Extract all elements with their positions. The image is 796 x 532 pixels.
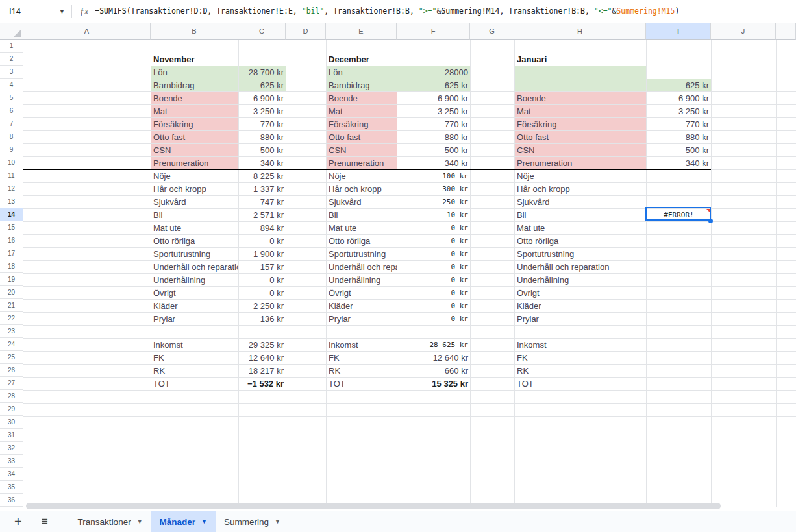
row-header-16[interactable]: 16 (0, 234, 23, 247)
cell-C9[interactable]: 500 kr (239, 144, 286, 156)
row-header-9[interactable]: 9 (0, 143, 23, 156)
cell-F16[interactable]: 0 kr (397, 235, 470, 247)
column-header-C[interactable]: C (238, 23, 286, 40)
cell-E18[interactable]: Underhåll och reparation (327, 261, 397, 273)
cell-F11[interactable]: 100 kr (397, 170, 470, 182)
cell-H10[interactable]: Prenumeration (515, 157, 646, 169)
row-header-21[interactable]: 21 (0, 299, 23, 312)
cell-E6[interactable]: Mat (327, 105, 397, 117)
cell-E11[interactable]: Nöje (327, 170, 397, 182)
column-header-E[interactable]: E (326, 23, 397, 40)
cell-H27[interactable]: TOT (515, 378, 646, 390)
cell-C17[interactable]: 1 900 kr (239, 248, 286, 260)
row-header-28[interactable]: 28 (0, 390, 23, 403)
cell-C21[interactable]: 2 250 kr (239, 300, 286, 312)
cell-F20[interactable]: 0 kr (397, 287, 470, 299)
cell-C6[interactable]: 3 250 kr (239, 105, 286, 117)
cell-E15[interactable]: Mat ute (327, 222, 397, 234)
cell-B10[interactable]: Prenumeration (151, 157, 238, 169)
spreadsheet-grid[interactable]: NovemberLön28 700 krBarnbidrag625 krBoen… (23, 40, 796, 507)
row-header-27[interactable]: 27 (0, 377, 23, 390)
cell-C13[interactable]: 747 kr (239, 196, 286, 208)
cell-I7[interactable]: 770 kr (647, 118, 711, 130)
chevron-down-icon[interactable]: ▼ (59, 8, 65, 15)
cell-C3[interactable]: 28 700 kr (239, 66, 286, 79)
all-sheets-menu-button[interactable]: ≡ (32, 511, 58, 532)
row-header-33[interactable]: 33 (0, 455, 23, 468)
cell-H7[interactable]: Försäkring (515, 118, 646, 130)
row-header-36[interactable]: 36 (0, 494, 23, 507)
row-header-25[interactable]: 25 (0, 351, 23, 364)
row-header-11[interactable]: 11 (0, 169, 23, 182)
row-header-18[interactable]: 18 (0, 260, 23, 273)
cell-F8[interactable]: 880 kr (397, 131, 470, 143)
cell-B6[interactable]: Mat (151, 105, 238, 117)
cell-H8[interactable]: Otto fast (515, 131, 646, 143)
cell-B3[interactable]: Lön (151, 66, 238, 79)
cell-H2[interactable]: Januari (515, 53, 646, 66)
cell-H5[interactable]: Boende (515, 92, 646, 104)
cell-B22[interactable]: Prylar (151, 313, 238, 325)
sheet-tab-transaktioner[interactable]: Transaktioner ▼ (69, 511, 151, 532)
row-header-5[interactable]: 5 (0, 91, 23, 104)
cell-F12[interactable]: 300 kr (397, 183, 470, 195)
cell-H18[interactable]: Underhåll och reparation (515, 261, 646, 273)
row-header-6[interactable]: 6 (0, 104, 23, 117)
cell-B26[interactable]: RK (151, 365, 238, 377)
cell-C12[interactable]: 1 337 kr (239, 183, 286, 195)
cell-I4[interactable]: 625 kr (647, 79, 711, 91)
cell-H24[interactable]: Inkomst (515, 339, 646, 351)
cell-H22[interactable]: Prylar (515, 313, 646, 325)
cell-F10[interactable]: 340 kr (397, 157, 470, 169)
cell-C7[interactable]: 770 kr (239, 118, 286, 130)
cell-E10[interactable]: Prenumeration (327, 157, 397, 169)
row-header-3[interactable]: 3 (0, 66, 23, 79)
cell-B24[interactable]: Inkomst (151, 339, 238, 351)
cell-E13[interactable]: Sjukvård (327, 196, 397, 208)
cell-E9[interactable]: CSN (327, 144, 397, 156)
cell-E24[interactable]: Inkomst (327, 339, 397, 351)
row-header-30[interactable]: 30 (0, 416, 23, 429)
cell-H16[interactable]: Otto rörliga (515, 235, 646, 247)
cell-H13[interactable]: Sjukvård (515, 196, 646, 208)
row-header-13[interactable]: 13 (0, 195, 23, 208)
column-header-G[interactable]: G (470, 23, 514, 40)
cell-C22[interactable]: 136 kr (239, 313, 286, 325)
row-header-1[interactable]: 1 (0, 40, 23, 53)
cell-F6[interactable]: 3 250 kr (397, 105, 470, 117)
cell-H17[interactable]: Sportutrustning (515, 248, 646, 260)
sheet-tab-summering[interactable]: Summering ▼ (216, 511, 289, 532)
select-all-corner[interactable] (0, 23, 23, 40)
cell-I8[interactable]: 880 kr (647, 131, 711, 143)
row-header-23[interactable]: 23 (0, 325, 23, 338)
cell-F15[interactable]: 0 kr (397, 222, 470, 234)
cell-C5[interactable]: 6 900 kr (239, 92, 286, 104)
row-header-12[interactable]: 12 (0, 182, 23, 195)
cell-H15[interactable]: Mat ute (515, 222, 646, 234)
cell-B7[interactable]: Försäkring (151, 118, 238, 130)
cell-B27[interactable]: TOT (151, 378, 238, 390)
cell-C26[interactable]: 18 217 kr (239, 365, 286, 377)
chevron-down-icon[interactable]: ▼ (201, 518, 207, 525)
cell-E19[interactable]: Underhållning (327, 274, 397, 286)
cell-H14[interactable]: Bil (515, 209, 646, 221)
cell-I6[interactable]: 3 250 kr (647, 105, 711, 117)
cell-C24[interactable]: 29 325 kr (239, 339, 286, 351)
cell-C8[interactable]: 880 kr (239, 131, 286, 143)
row-header-32[interactable]: 32 (0, 442, 23, 455)
cell-H21[interactable]: Kläder (515, 300, 646, 312)
sheet-tab-manader[interactable]: Månader ▼ (151, 511, 216, 532)
cell-F7[interactable]: 770 kr (397, 118, 470, 130)
column-header-I[interactable]: I (646, 23, 711, 40)
cell-B11[interactable]: Nöje (151, 170, 238, 182)
cell-I5[interactable]: 6 900 kr (647, 92, 711, 104)
cell-B19[interactable]: Underhållning (151, 274, 238, 286)
row-header-34[interactable]: 34 (0, 468, 23, 481)
cell-B8[interactable]: Otto fast (151, 131, 238, 143)
row-header-4[interactable]: 4 (0, 79, 23, 91)
cell-E12[interactable]: Hår och kropp (327, 183, 397, 195)
cell-F17[interactable]: 0 kr (397, 248, 470, 260)
row-header-24[interactable]: 24 (0, 338, 23, 351)
cell-E25[interactable]: FK (327, 352, 397, 364)
cell-E4[interactable]: Barnbidrag (327, 79, 397, 91)
